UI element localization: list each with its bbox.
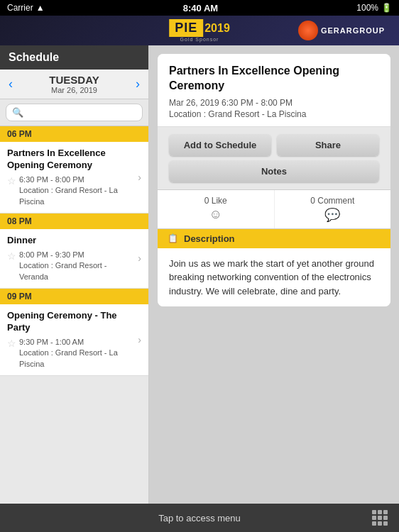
event-title: Opening Ceremony - The Party (7, 310, 138, 334)
main-layout: Schedule ‹ TUESDAY Mar 26, 2019 › 06 PM … (0, 45, 399, 504)
battery-icon: 🔋 (381, 3, 392, 13)
banner-pie-label: PIE (169, 19, 203, 37)
banner-sponsor: PIE 2019 Gold Sponsor (169, 19, 230, 42)
event-meta: ☆ 6:30 PM - 8:00 PM Location : Grand Res… (7, 174, 138, 207)
search-input[interactable] (6, 104, 143, 121)
status-left: Carrier ▲ (7, 3, 45, 13)
star-icon: ☆ (7, 250, 16, 262)
grid-dot (372, 521, 376, 526)
description-doc-icon: 📋 (168, 233, 178, 243)
chevron-right-icon: › (138, 172, 141, 183)
chevron-right-icon: › (138, 334, 141, 345)
description-text: Join us as we mark the start of yet anot… (158, 248, 390, 307)
battery-label: 100% (356, 3, 378, 13)
banner-gold-sponsor: Gold Sponsor (180, 37, 219, 42)
wifi-icon: ▲ (36, 3, 45, 13)
grid-dot (372, 510, 376, 514)
status-time: 8:40 AM (183, 3, 218, 13)
date-center: TUESDAY Mar 26, 2019 (49, 74, 99, 94)
star-icon: ☆ (7, 175, 16, 187)
event-detail: 8:00 PM - 9:30 PM Location : Grand Resor… (19, 250, 138, 282)
description-label: Description (184, 233, 235, 244)
grid-dot (378, 516, 382, 520)
detail-event-title: Partners In Excellence Opening Ceremony (169, 64, 379, 94)
event-detail: 6:30 PM - 8:00 PM Location : Grand Resor… (19, 174, 138, 207)
right-panel: Partners In Excellence Opening Ceremony … (149, 45, 399, 504)
grid-dot (378, 521, 382, 526)
social-row: 0 Like ☺ 0 Comment 💬 (158, 190, 390, 229)
left-panel: Schedule ‹ TUESDAY Mar 26, 2019 › 06 PM … (0, 45, 149, 504)
bottom-bar: Tap to access menu (0, 504, 399, 532)
search-bar (0, 99, 148, 126)
notes-button[interactable]: Notes (169, 160, 379, 182)
like-count: 0 Like (204, 196, 227, 206)
bottom-menu-text[interactable]: Tap to access menu (27, 513, 372, 523)
share-button[interactable]: Share (277, 134, 379, 156)
chevron-right-icon: › (138, 253, 141, 264)
btn-row-top: Add to Schedule Share (169, 134, 379, 156)
event-location: Location : Grand Resort - Veranda (19, 260, 138, 282)
time-header-09pm: 09 PM (0, 289, 148, 304)
event-location: Location : Grand Resort - La Piscina (19, 185, 138, 207)
banner-logo-text: GERARGROUP (321, 26, 385, 35)
event-item[interactable]: Opening Ceremony - The Party ☆ 9:30 PM -… (0, 304, 148, 376)
banner-year-label: 2019 (204, 22, 230, 35)
event-time: 6:30 PM - 8:00 PM (19, 174, 138, 185)
time-label-08pm: 08 PM (7, 216, 32, 226)
schedule-title: Schedule (9, 51, 59, 63)
event-content: Opening Ceremony - The Party ☆ 9:30 PM -… (7, 310, 138, 370)
like-icon: ☺ (209, 207, 222, 222)
event-item[interactable]: Partners In Excellence Opening Ceremony … (0, 142, 148, 214)
comment-count: 0 Comment (310, 196, 354, 206)
carrier-label: Carrier (7, 3, 33, 13)
add-to-schedule-button[interactable]: Add to Schedule (169, 134, 271, 156)
grid-dot (383, 521, 388, 526)
status-bar: Carrier ▲ 8:40 AM 100% 🔋 (0, 0, 399, 16)
day-label: TUESDAY (49, 74, 99, 86)
time-header-06pm: 06 PM (0, 126, 148, 142)
action-buttons: Add to Schedule Share Notes (158, 127, 390, 190)
banner-logo-circle (298, 21, 318, 40)
status-right: 100% 🔋 (356, 3, 392, 13)
prev-day-button[interactable]: ‹ (6, 77, 16, 92)
event-title: Partners In Excellence Opening Ceremony (7, 148, 138, 172)
event-item[interactable]: Dinner ☆ 8:00 PM - 9:30 PM Location : Gr… (0, 229, 148, 289)
next-day-button[interactable]: › (133, 77, 143, 92)
date-label: Mar 26, 2019 (49, 86, 99, 94)
event-time: 8:00 PM - 9:30 PM (19, 250, 138, 260)
event-location: Location : Grand Resort - La Piscina (19, 348, 138, 370)
star-icon: ☆ (7, 338, 16, 349)
detail-event-date: Mar 26, 2019 6:30 PM - 8:00 PM (169, 98, 379, 108)
event-detail: 9:30 PM - 1:00 AM Location : Grand Resor… (19, 337, 138, 370)
event-meta: ☆ 9:30 PM - 1:00 AM Location : Grand Res… (7, 337, 138, 370)
time-header-08pm: 08 PM (0, 214, 148, 229)
time-label-09pm: 09 PM (7, 292, 32, 301)
event-meta: ☆ 8:00 PM - 9:30 PM Location : Grand Res… (7, 250, 138, 282)
grid-dot (372, 516, 376, 520)
detail-event-location: Location : Grand Resort - La Piscina (169, 109, 379, 119)
event-time: 9:30 PM - 1:00 AM (19, 337, 138, 348)
time-label-06pm: 06 PM (7, 129, 32, 139)
banner-logo: GERARGROUP (298, 21, 385, 40)
comment-button[interactable]: 0 Comment 💬 (275, 190, 391, 228)
detail-header: Partners In Excellence Opening Ceremony … (158, 54, 390, 127)
grid-dot (378, 510, 382, 514)
event-title: Dinner (7, 235, 138, 247)
schedule-list: 06 PM Partners In Excellence Opening Cer… (0, 126, 148, 504)
date-nav: ‹ TUESDAY Mar 26, 2019 › (0, 70, 148, 99)
detail-card: Partners In Excellence Opening Ceremony … (158, 54, 390, 306)
like-button[interactable]: 0 Like ☺ (158, 190, 275, 228)
event-content: Partners In Excellence Opening Ceremony … (7, 148, 138, 207)
schedule-header: Schedule (0, 45, 148, 70)
grid-menu-icon[interactable] (372, 510, 388, 526)
description-header: 📋 Description (158, 229, 390, 248)
grid-dot (383, 510, 388, 514)
grid-dot (383, 516, 388, 520)
banner: PIE 2019 Gold Sponsor GERARGROUP (0, 16, 399, 45)
event-content: Dinner ☆ 8:00 PM - 9:30 PM Location : Gr… (7, 235, 138, 282)
comment-icon: 💬 (324, 207, 340, 223)
